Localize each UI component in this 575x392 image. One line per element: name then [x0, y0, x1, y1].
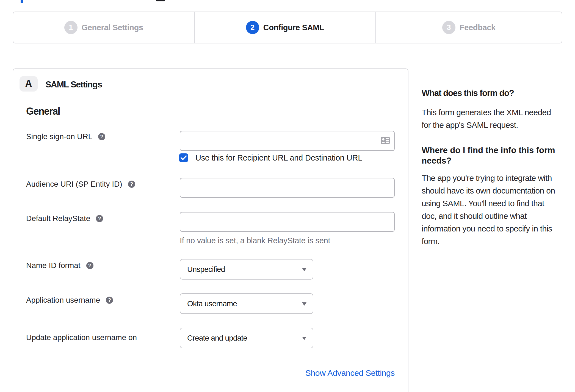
- step-3-label: Feedback: [460, 23, 496, 32]
- recipient-url-checkbox-row: Use this for Recipient URL and Destinati…: [179, 153, 362, 162]
- step-1-label: General Settings: [82, 23, 143, 32]
- sso-url-help-icon[interactable]: ?: [98, 133, 105, 140]
- step-feedback[interactable]: 3 Feedback: [375, 12, 562, 43]
- step-3-number-badge: 3: [442, 21, 455, 34]
- step-general-settings[interactable]: 1 General Settings: [13, 12, 194, 43]
- chevron-down-icon: [302, 268, 306, 271]
- sso-url-input[interactable]: [180, 131, 395, 151]
- chevron-down-icon: [302, 337, 306, 340]
- relay-state-input[interactable]: [180, 212, 395, 232]
- step-1-number-badge: 1: [64, 21, 78, 34]
- general-group-title: General: [26, 105, 60, 118]
- chevron-down-icon: [302, 302, 306, 306]
- update-username-value: Create and update: [180, 334, 247, 343]
- sidebar-paragraph-where: The app you're trying to integrate with …: [422, 172, 555, 248]
- application-username-select[interactable]: Okta username: [180, 293, 313, 314]
- name-id-format-value: Unspecified: [180, 265, 225, 274]
- application-username-label-row: Application username ?: [26, 296, 113, 305]
- recipient-url-checkbox-label: Use this for Recipient URL and Destinati…: [195, 153, 362, 162]
- audience-uri-help-icon[interactable]: ?: [128, 181, 135, 188]
- show-advanced-settings-link[interactable]: Show Advanced Settings: [180, 368, 395, 379]
- name-id-format-help-icon[interactable]: ?: [86, 262, 93, 269]
- relay-state-label: Default RelayState: [26, 214, 90, 223]
- audience-uri-label: Audience URI (SP Entity ID): [26, 180, 122, 189]
- audience-uri-label-row: Audience URI (SP Entity ID) ?: [26, 180, 135, 189]
- relay-state-hint: If no value is set, a blank RelayState i…: [180, 236, 330, 245]
- relay-state-help-icon[interactable]: ?: [96, 215, 103, 222]
- sso-url-label: Single sign-on URL: [26, 132, 92, 141]
- application-username-label: Application username: [26, 296, 100, 305]
- sso-url-label-row: Single sign-on URL ?: [26, 132, 105, 141]
- page: 1 General Settings 2 Configure SAML 3 Fe…: [0, 0, 575, 392]
- name-id-format-label-row: Name ID format ?: [26, 261, 93, 270]
- contact-card-icon[interactable]: [381, 137, 390, 144]
- cropped-page-title-remnant: [156, 0, 165, 1]
- recipient-url-checkbox[interactable]: [179, 153, 188, 162]
- saml-settings-card: A SAML Settings General Single sign-on U…: [13, 68, 408, 392]
- audience-uri-input[interactable]: [180, 178, 395, 198]
- update-username-label-row: Update application username on: [26, 333, 137, 342]
- step-2-label: Configure SAML: [263, 23, 324, 32]
- step-configure-saml[interactable]: 2 Configure SAML: [194, 12, 375, 43]
- step-2-number-badge: 2: [246, 21, 259, 34]
- update-username-select[interactable]: Create and update: [180, 328, 313, 348]
- sidebar-paragraph-what: This form generates the XML needed for t…: [422, 106, 551, 131]
- name-id-format-label: Name ID format: [26, 261, 81, 270]
- cropped-back-link-remnant: [21, 0, 23, 3]
- application-username-help-icon[interactable]: ?: [106, 297, 113, 304]
- name-id-format-select[interactable]: Unspecified: [180, 259, 313, 280]
- sidebar-heading-where: Where do I find the info this form needs…: [422, 145, 555, 166]
- section-title: SAML Settings: [45, 78, 102, 91]
- relay-state-label-row: Default RelayState ?: [26, 214, 103, 223]
- wizard-stepper: 1 General Settings 2 Configure SAML 3 Fe…: [13, 12, 562, 43]
- application-username-value: Okta username: [180, 299, 237, 308]
- section-a-badge: A: [20, 76, 38, 92]
- update-username-label: Update application username on: [26, 333, 137, 342]
- sidebar-heading-what: What does this form do?: [422, 88, 514, 98]
